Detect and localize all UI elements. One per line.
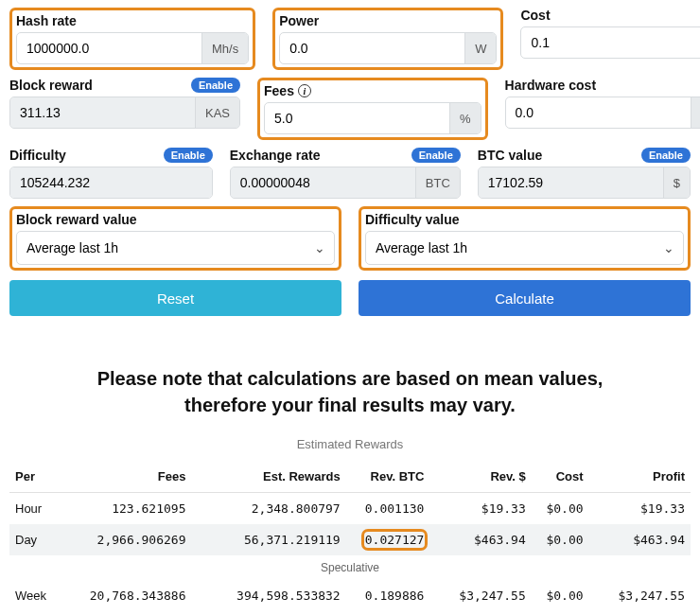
power-field: Power W — [272, 8, 503, 70]
exchange-rate-input[interactable] — [231, 167, 415, 198]
btc-value-unit: $ — [663, 167, 690, 198]
hash-rate-label: Hash rate — [16, 13, 77, 28]
col-rev-btc: Rev. BTC — [346, 461, 430, 493]
cost-label: Cost — [520, 8, 550, 23]
block-reward-value-select[interactable]: Average last 1h — [16, 231, 335, 265]
table-header-row: Per Fees Est. Rewards Rev. BTC Rev. $ Co… — [9, 461, 691, 493]
col-per: Per — [9, 461, 63, 493]
difficulty-enable[interactable]: Enable — [164, 148, 213, 163]
btc-value-label: BTC value — [478, 148, 542, 163]
cost-input[interactable] — [521, 27, 700, 58]
power-unit: W — [464, 33, 496, 63]
col-profit: Profit — [589, 461, 691, 493]
exchange-rate-enable[interactable]: Enable — [411, 148, 461, 163]
calculate-button[interactable]: Calculate — [359, 280, 691, 316]
block-reward-input[interactable] — [10, 97, 195, 128]
col-est-rewards: Est. Rewards — [192, 461, 346, 493]
reset-button[interactable]: Reset — [9, 280, 341, 316]
exchange-rate-field: Exchange rate Enable BTC — [230, 148, 461, 199]
fees-field: Fees i % — [257, 78, 488, 140]
cost-field: Cost $/kWh — [520, 8, 700, 70]
col-cost: Cost — [532, 461, 589, 493]
hash-rate-input[interactable] — [17, 33, 201, 63]
difficulty-input[interactable] — [10, 167, 212, 198]
highlighted-rev-btc-day: 0.027127 — [365, 533, 425, 547]
exchange-rate-unit: BTC — [415, 167, 460, 198]
power-input[interactable] — [280, 33, 464, 63]
hardware-cost-input[interactable] — [506, 97, 691, 128]
col-fees: Fees — [63, 461, 191, 493]
block-reward-field: Block reward Enable KAS — [9, 78, 240, 140]
difficulty-value-field: Difficulty value Average last 1h ⌄ — [359, 206, 691, 271]
hash-rate-field: Hash rate Mh/s — [9, 8, 255, 70]
fees-input[interactable] — [265, 103, 449, 133]
hardware-cost-unit: $ — [691, 97, 700, 128]
difficulty-value-label: Difficulty value — [365, 212, 460, 227]
btc-value-enable[interactable]: Enable — [641, 148, 691, 163]
table-row: Month 89,007.188082 1,691,136.573564 0.8… — [9, 611, 691, 615]
calculation-note: Please note that calculations are based … — [38, 365, 662, 418]
block-reward-enable[interactable]: Enable — [191, 78, 240, 93]
block-reward-unit: KAS — [195, 97, 239, 128]
table-row: Day 2,966.906269 56,371.219119 0.027127 … — [9, 524, 691, 555]
power-label: Power — [279, 13, 319, 28]
fees-unit: % — [449, 103, 481, 133]
hash-rate-unit[interactable]: Mh/s — [201, 33, 248, 63]
info-icon[interactable]: i — [298, 84, 311, 97]
btc-value-field: BTC value Enable $ — [478, 148, 691, 199]
difficulty-label: Difficulty — [9, 148, 66, 163]
col-rev-usd: Rev. $ — [429, 461, 531, 493]
btc-value-input[interactable] — [479, 167, 663, 198]
speculative-divider: Speculative — [9, 555, 691, 580]
table-row: Hour 123.621095 2,348.800797 0.001130 $1… — [9, 493, 691, 525]
fees-label: Fees i — [264, 83, 311, 98]
hardware-cost-label: Hardware cost — [505, 78, 596, 93]
hardware-cost-field: Hardware cost $ — [505, 78, 700, 140]
rewards-table: Per Fees Est. Rewards Rev. BTC Rev. $ Co… — [9, 461, 691, 615]
difficulty-value-select[interactable]: Average last 1h — [365, 231, 684, 265]
block-reward-value-label: Block reward value — [16, 212, 137, 227]
difficulty-field: Difficulty Enable — [9, 148, 213, 199]
table-row: Week 20,768.343886 394,598.533832 0.1898… — [9, 580, 691, 611]
table-title: Estimated Rewards — [9, 437, 691, 451]
exchange-rate-label: Exchange rate — [230, 148, 321, 163]
block-reward-value-field: Block reward value Average last 1h ⌄ — [9, 206, 341, 271]
block-reward-label: Block reward — [9, 78, 93, 93]
